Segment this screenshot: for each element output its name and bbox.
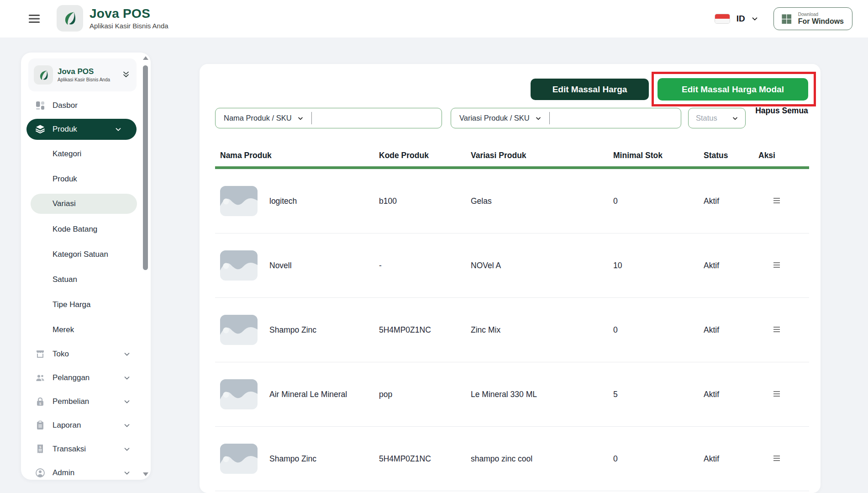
indonesia-flag-icon bbox=[715, 14, 730, 24]
table-row: logitech b100 Gelas 0 Aktif bbox=[215, 169, 809, 233]
language-code: ID bbox=[736, 14, 745, 24]
image-placeholder-icon bbox=[220, 444, 258, 474]
sidebar-item-pembelian[interactable]: Pembelian bbox=[21, 390, 151, 413]
sidebar-subitem-produk[interactable]: Produk bbox=[21, 166, 151, 191]
variant-sku-filter: Variasi Produk / SKU bbox=[451, 108, 681, 128]
sidebar-item-pelanggan[interactable]: Pelanggan bbox=[21, 366, 151, 390]
product-name-sku-input[interactable] bbox=[312, 114, 442, 122]
sidebar-app-title: Jova POS bbox=[58, 68, 110, 76]
sidebar-item-laporan[interactable]: Laporan bbox=[21, 413, 151, 437]
receipt-icon bbox=[35, 444, 46, 455]
scrollbar-down-arrow-icon[interactable] bbox=[143, 472, 148, 476]
scrollbar-up-arrow-icon[interactable] bbox=[143, 56, 148, 60]
row-actions-button[interactable] bbox=[768, 256, 786, 275]
min-stock-cell: 5 bbox=[613, 390, 704, 399]
row-actions-menu-icon bbox=[771, 195, 782, 206]
store-icon bbox=[35, 349, 46, 360]
chevron-down-icon bbox=[114, 125, 122, 133]
column-header-minimal-stok: Minimal Stok bbox=[613, 151, 704, 160]
sidebar-subitem-kategori-satuan[interactable]: Kategori Satuan bbox=[21, 242, 151, 267]
variant-name-cell: Zinc Mix bbox=[471, 325, 613, 335]
table-row: Shampo Zinc 5H4MP0Z1NC Zinc Mix 0 Aktif bbox=[215, 298, 809, 362]
variant-sku-input[interactable] bbox=[550, 114, 681, 122]
chevron-down-icon[interactable] bbox=[535, 115, 542, 122]
language-chevron-down-icon[interactable] bbox=[751, 15, 759, 23]
chevron-down-icon bbox=[731, 115, 739, 122]
app-tagline: Aplikasi Kasir Bisnis Anda bbox=[89, 22, 168, 30]
sidebar-subitem-variasi[interactable]: Variasi bbox=[31, 194, 137, 214]
clear-all-button[interactable]: Hapus Semua bbox=[750, 105, 814, 117]
sidebar-subitem-kategori[interactable]: Kategori bbox=[21, 141, 151, 166]
download-for-windows-button[interactable]: Download For Windows bbox=[773, 7, 852, 30]
sidebar-subitem-kode-batang[interactable]: Kode Batang bbox=[21, 217, 151, 242]
sidebar-scrollbar[interactable] bbox=[142, 55, 149, 477]
sidebar-collapse-icon[interactable] bbox=[121, 70, 131, 80]
min-stock-cell: 0 bbox=[613, 325, 704, 335]
column-header-variasi-produk: Variasi Produk bbox=[471, 151, 613, 160]
min-stock-cell: 0 bbox=[613, 196, 704, 206]
sidebar-nav: Dasbor Produk Kategori Produk Variasi Ko… bbox=[21, 94, 151, 485]
image-placeholder-icon bbox=[220, 315, 258, 345]
variant-name-cell: Le Mineral 330 ML bbox=[471, 390, 613, 399]
product-code-cell: 5H4MP0Z1NC bbox=[379, 325, 471, 335]
table-row: Novell - NOVel A 10 Aktif bbox=[215, 233, 809, 298]
variants-table: Nama ProdukKode ProdukVariasi ProdukMini… bbox=[215, 144, 809, 491]
sidebar-subitem-tipe-harga[interactable]: Tipe Harga bbox=[21, 292, 151, 317]
table-row: Shampo Zinc 5H4MP0Z1NC shampo zinc cool … bbox=[215, 427, 809, 491]
row-actions-button[interactable] bbox=[768, 385, 786, 403]
variant-name-cell: Gelas bbox=[471, 196, 613, 206]
filter-label[interactable]: Variasi Produk / SKU bbox=[459, 114, 530, 122]
table-body: logitech b100 Gelas 0 Aktif Novell - NOV… bbox=[215, 169, 809, 491]
edit-bulk-cost-button[interactable]: Edit Massal Harga Modal bbox=[658, 78, 808, 101]
sidebar-subitem-merek[interactable]: Merek bbox=[21, 317, 151, 342]
min-stock-cell: 0 bbox=[613, 454, 704, 464]
sidebar-brand-card: Jova POS Aplikasi Kasir Bisnis Anda bbox=[28, 58, 137, 91]
status-cell: Aktif bbox=[704, 454, 758, 464]
row-actions-button[interactable] bbox=[768, 192, 786, 210]
product-name-cell: Shampo Zinc bbox=[269, 325, 379, 335]
row-actions-menu-icon bbox=[771, 388, 782, 399]
chevron-down-icon[interactable] bbox=[297, 115, 304, 122]
sidebar: Jova POS Aplikasi Kasir Bisnis Anda Dasb… bbox=[21, 53, 151, 480]
status-select[interactable]: Status bbox=[688, 108, 746, 128]
image-placeholder-icon bbox=[220, 186, 258, 216]
sidebar-logo-icon bbox=[34, 65, 53, 85]
app-title: Jova POS bbox=[89, 7, 168, 20]
status-cell: Aktif bbox=[704, 261, 758, 270]
sidebar-subitem-satuan[interactable]: Satuan bbox=[21, 267, 151, 292]
dashboard-icon bbox=[35, 100, 46, 111]
chevron-down-icon bbox=[123, 350, 131, 358]
chevron-down-icon bbox=[123, 374, 131, 382]
filter-label[interactable]: Nama Produk / SKU bbox=[224, 114, 292, 122]
row-actions-menu-icon bbox=[771, 260, 782, 270]
row-actions-menu-icon bbox=[771, 453, 782, 464]
chevron-down-icon bbox=[123, 398, 131, 406]
report-icon bbox=[35, 420, 46, 431]
chevron-down-icon bbox=[123, 445, 131, 453]
image-placeholder-icon bbox=[220, 379, 258, 409]
product-code-cell: pop bbox=[379, 390, 471, 399]
download-label-big: For Windows bbox=[798, 17, 844, 26]
row-actions-button[interactable] bbox=[768, 321, 786, 339]
product-code-cell: b100 bbox=[379, 196, 471, 206]
app-logo-icon bbox=[57, 5, 83, 32]
sidebar-app-tagline: Aplikasi Kasir Bisnis Anda bbox=[58, 77, 110, 82]
user-circle-icon bbox=[35, 467, 46, 478]
chevron-down-icon bbox=[123, 421, 131, 429]
min-stock-cell: 10 bbox=[613, 261, 704, 270]
sidebar-item-produk[interactable]: Produk bbox=[26, 119, 137, 140]
menu-icon[interactable] bbox=[26, 12, 42, 26]
edit-bulk-price-button[interactable]: Edit Massal Harga bbox=[531, 79, 649, 100]
download-label-small: Download bbox=[798, 12, 844, 17]
sidebar-item-transaksi[interactable]: Transaksi bbox=[21, 437, 151, 461]
sidebar-item-dasbor[interactable]: Dasbor bbox=[21, 94, 151, 117]
row-actions-menu-icon bbox=[771, 324, 782, 335]
sidebar-item-toko[interactable]: Toko bbox=[21, 342, 151, 366]
column-header-nama-produk: Nama Produk bbox=[220, 151, 379, 160]
row-actions-button[interactable] bbox=[768, 450, 786, 468]
scrollbar-thumb[interactable] bbox=[143, 65, 148, 270]
top-header: Jova POS Aplikasi Kasir Bisnis Anda ID D… bbox=[0, 0, 868, 37]
column-header-kode-produk: Kode Produk bbox=[379, 151, 471, 160]
sidebar-item-admin[interactable]: Admin bbox=[21, 461, 151, 485]
package-icon bbox=[35, 124, 46, 135]
